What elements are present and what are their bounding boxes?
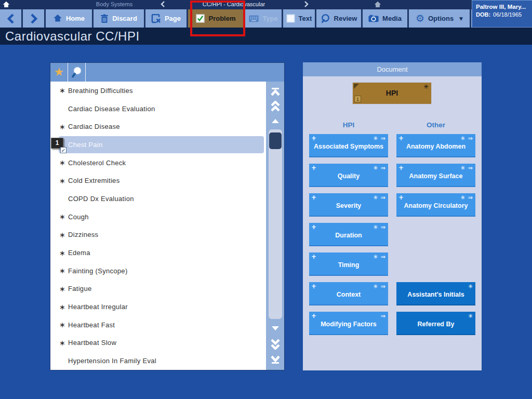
list-item[interactable]: ∗ Cholesterol Check — [50, 154, 266, 172]
checked-checkbox-icon[interactable]: ✔ — [60, 147, 66, 153]
triangle-down-icon — [271, 326, 280, 331]
document-category-button[interactable]: + ✳ ⇒ Timing — [309, 252, 388, 276]
star-arrow-icons: ⇒ — [381, 313, 386, 320]
document-category-button[interactable]: + ✳ ⇒ Context — [309, 282, 388, 305]
document-category-button[interactable]: ✳ Assistant's Initials — [396, 282, 475, 305]
favorite-marker-icon: ∗ — [57, 86, 68, 95]
home-button[interactable]: Home — [46, 9, 94, 28]
list-item[interactable]: ∗ Dizziness — [50, 226, 266, 244]
finding-label: Heartbeat Irregular — [68, 303, 128, 311]
list-item[interactable]: Hypertension In Family Eval — [50, 352, 266, 370]
chevron-left-icon[interactable] — [160, 1, 165, 10]
doc-button-label: Context — [310, 291, 387, 298]
list-item[interactable]: Cardiac Disease Evaluation — [50, 100, 266, 118]
magnifier-icon — [321, 14, 330, 23]
hpi-section-bar[interactable]: ✳ HPI 1 — [352, 82, 432, 104]
scroll-up-button[interactable] — [268, 114, 283, 128]
list-item[interactable]: ∗ Heartbeat Slow — [50, 334, 266, 352]
finding-label: Cholesterol Check — [68, 159, 126, 167]
scroll-first-button[interactable] — [268, 85, 283, 99]
patient-info[interactable]: Paltrow III, Mary... DOB:06/18/1965 — [472, 0, 532, 28]
home-icon — [53, 14, 62, 23]
doc-button-label: Anatomy Circulatory — [397, 202, 474, 209]
discard-button[interactable]: Discard — [94, 9, 145, 28]
page-title: Cardiovascular CC/HPI — [0, 29, 140, 44]
document-category-button[interactable]: + ⇒ Modifying Factors — [309, 312, 388, 335]
list-item[interactable]: ∗ Edema — [50, 244, 266, 262]
scroll-page-down-button[interactable] — [268, 337, 283, 351]
list-item[interactable]: COPD Dx Evaluation — [50, 190, 266, 208]
column-headings: HPI Other — [309, 121, 475, 129]
chevron-right-icon[interactable] — [304, 1, 309, 10]
document-category-button[interactable]: ✳ Referred By — [396, 312, 475, 335]
forward-chevron-icon — [30, 14, 38, 24]
list-item[interactable]: ∗ Cardiac Disease — [50, 117, 266, 136]
page-button[interactable]: Page — [145, 9, 188, 28]
document-panel-body: ✳ HPI 1 HPI Other + ✳ ⇒ Associated Sympt… — [303, 76, 482, 370]
folded-corner-icon — [354, 84, 359, 89]
document-category-button[interactable]: + ✳ ⇒ Severity — [309, 193, 388, 217]
problem-button[interactable]: Problem — [188, 9, 245, 28]
scroll-last-button[interactable] — [268, 352, 283, 367]
media-button[interactable]: Media — [363, 9, 409, 28]
document-category-button[interactable]: + ✳ ⇒ Quality — [309, 164, 388, 187]
star-arrow-icons: ✳ ⇒ — [373, 135, 386, 142]
review-button[interactable]: Review — [316, 9, 363, 28]
back-button[interactable] — [0, 9, 23, 28]
forward-button[interactable] — [23, 9, 46, 28]
finding-label: COPD Dx Evaluation — [68, 195, 134, 203]
plus-icon: + — [311, 283, 316, 290]
chevron-down-bar-icon — [270, 355, 281, 364]
scroll-page-up-button[interactable] — [268, 99, 283, 114]
doc-button-label: Severity — [310, 202, 387, 209]
doc-button-label: Assistant's Initials — [397, 291, 474, 298]
breadcrumb-bar: Body Systems CC/HPI - Cardiovascular — [0, 0, 472, 9]
list-item[interactable]: ∗ Heartbeat Irregular — [50, 298, 266, 316]
favorites-button[interactable]: ★ — [50, 63, 68, 82]
list-item[interactable]: ∗ Heartbeat Fast — [50, 316, 266, 334]
list-item[interactable]: ∗ Breathing Difficulties — [50, 82, 266, 100]
camera-icon — [368, 15, 379, 22]
dob-label: DOB: — [476, 11, 490, 18]
finding-label: Edema — [68, 249, 90, 257]
scrollbar-thumb[interactable] — [269, 132, 282, 149]
favorite-marker-icon: ∗ — [57, 158, 68, 167]
star-icon: ★ — [54, 66, 64, 78]
star-arrow-icons: ✳ ⇒ — [373, 165, 386, 171]
document-category-button[interactable]: + ✳ ⇒ Duration — [309, 223, 388, 246]
keyboard-icon — [249, 15, 259, 22]
list-item[interactable]: ∗ Cold Extremities — [50, 171, 266, 190]
doc-button-label: Referred By — [397, 321, 474, 328]
list-item[interactable]: ∗ Fainting (Syncope) — [50, 262, 266, 280]
finding-label: Fainting (Syncope) — [68, 267, 128, 275]
doc-button-label: Timing — [310, 261, 387, 269]
list-item[interactable]: ∗ Cough — [50, 208, 266, 226]
star-arrow-icons: ✳ ⇒ — [460, 194, 473, 201]
options-label: Options — [428, 15, 454, 22]
favorite-marker-icon: ∗ — [57, 285, 68, 293]
document-category-button[interactable]: + ✳ ⇒ Anatomy Abdomen — [396, 134, 475, 157]
finding-label: Cardiac Disease Evaluation — [68, 105, 155, 113]
finding-label: Heartbeat Fast — [68, 321, 115, 329]
options-button[interactable]: ⚙ Options ▼ — [409, 9, 471, 28]
document-category-button[interactable]: + ✳ ⇒ Anatomy Circulatory — [396, 193, 475, 217]
checkbox-checked-icon — [196, 14, 205, 23]
type-button[interactable]: Type — [245, 9, 283, 28]
search-button[interactable] — [68, 63, 86, 82]
plus-icon: + — [398, 164, 404, 171]
list-item[interactable]: ∗ Fatigue — [50, 280, 266, 298]
list-item[interactable]: Chest Pain 1 ✔ — [50, 136, 266, 154]
scroll-down-button[interactable] — [268, 321, 283, 336]
back-chevron-icon — [7, 14, 15, 24]
document-category-button[interactable]: + ✳ ⇒ Anatomy Surface — [396, 164, 475, 187]
finding-label: Breathing Difficulties — [68, 87, 133, 95]
doc-button-label: Associated Symptoms — [310, 143, 387, 150]
tab-active[interactable]: CC/HPI - Cardiovascular — [171, 1, 296, 7]
finding-label: Cardiac Disease — [68, 123, 120, 130]
document-category-button[interactable]: + ✳ ⇒ Associated Symptoms — [309, 134, 388, 157]
star-arrow-icons: ✳ ⇒ — [373, 194, 386, 201]
favorite-marker-icon: ∗ — [57, 321, 68, 329]
text-button[interactable]: Text — [283, 9, 316, 28]
scrollbar-track[interactable] — [269, 129, 282, 319]
chevron-down-icon[interactable]: ▼ — [459, 16, 463, 21]
